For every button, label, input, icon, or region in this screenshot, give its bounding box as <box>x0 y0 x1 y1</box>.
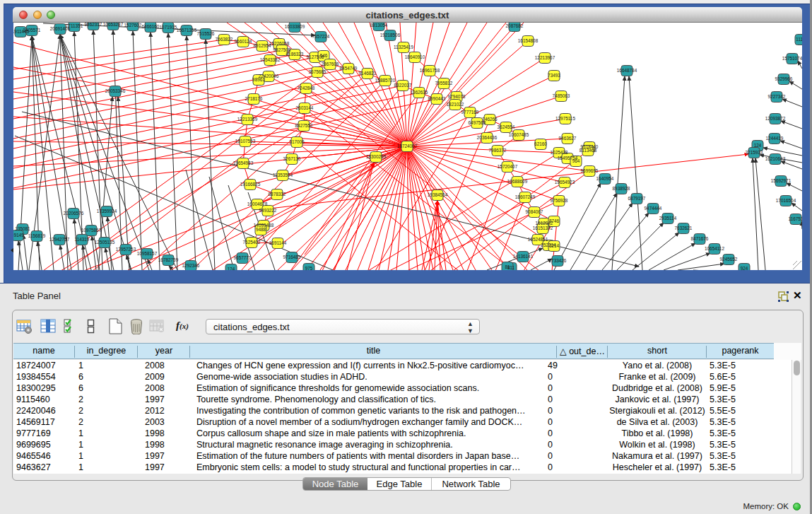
svg-text:8427552: 8427552 <box>295 123 313 128</box>
svg-text:8186323: 8186323 <box>286 52 304 57</box>
svg-text:1640954: 1640954 <box>596 176 614 181</box>
svg-text:135081: 135081 <box>15 226 30 231</box>
svg-text:7485063: 7485063 <box>553 93 570 98</box>
svg-text:15751074: 15751074 <box>782 56 802 61</box>
svg-text:12505135: 12505135 <box>95 240 115 245</box>
svg-text:8322037: 8322037 <box>394 83 412 88</box>
svg-text:3624554: 3624554 <box>498 124 515 129</box>
svg-text:81: 81 <box>505 264 510 269</box>
svg-text:18640910: 18640910 <box>405 54 425 59</box>
svg-text:16151372: 16151372 <box>533 226 553 230</box>
svg-text:7663822: 7663822 <box>216 37 233 42</box>
svg-text:15692971: 15692971 <box>771 178 792 183</box>
svg-text:9862317: 9862317 <box>85 23 102 27</box>
svg-text:73493: 73493 <box>548 73 560 78</box>
svg-text:8471676: 8471676 <box>691 236 709 241</box>
svg-text:8878332: 8878332 <box>269 192 286 197</box>
svg-text:1117: 1117 <box>796 37 802 42</box>
svg-text:2867608: 2867608 <box>322 62 339 66</box>
svg-text:9493222: 9493222 <box>259 208 277 213</box>
svg-text:20206576: 20206576 <box>64 211 84 216</box>
svg-text:1071915: 1071915 <box>160 25 177 30</box>
svg-text:10653287: 10653287 <box>103 23 124 27</box>
svg-text:19654923: 19654923 <box>555 180 575 185</box>
svg-text:2718176: 2718176 <box>245 96 263 101</box>
svg-text:3675685: 3675685 <box>309 69 326 74</box>
svg-text:12213369: 12213369 <box>237 117 258 122</box>
svg-text:19384554: 19384554 <box>428 192 448 197</box>
svg-text:10688609: 10688609 <box>507 179 528 184</box>
svg-text:9756928: 9756928 <box>551 198 568 203</box>
svg-text:3215933: 3215933 <box>746 150 763 155</box>
svg-text:16210643: 16210643 <box>765 156 786 161</box>
svg-text:12213967: 12213967 <box>535 55 555 60</box>
svg-text:19654983: 19654983 <box>233 160 254 165</box>
svg-text:6466160: 6466160 <box>142 24 160 29</box>
svg-text:746266: 746266 <box>482 117 498 122</box>
svg-text:9660124: 9660124 <box>235 39 252 44</box>
svg-text:7955812: 7955812 <box>435 81 453 86</box>
svg-text:10654112: 10654112 <box>705 246 724 251</box>
svg-text:924: 924 <box>741 266 748 270</box>
svg-text:9716485: 9716485 <box>283 255 301 259</box>
svg-text:8990443: 8990443 <box>428 96 446 101</box>
svg-text:19218506: 19218506 <box>380 33 401 37</box>
svg-text:98961: 98961 <box>252 77 265 82</box>
svg-text:12975115: 12975115 <box>555 116 575 121</box>
svg-text:1733426: 1733426 <box>549 258 567 263</box>
svg-text:9245652: 9245652 <box>720 257 738 262</box>
svg-text:16154808: 16154808 <box>518 38 539 43</box>
svg-text:10958157: 10958157 <box>137 251 158 256</box>
svg-text:16671355: 16671355 <box>177 28 197 33</box>
svg-text:16782759: 16782759 <box>158 257 179 262</box>
svg-text:1527602: 1527602 <box>124 23 142 28</box>
svg-text:1691144: 1691144 <box>269 240 287 245</box>
svg-text:6879197: 6879197 <box>628 196 646 201</box>
svg-text:20364436: 20364436 <box>477 135 498 140</box>
svg-text:2087682: 2087682 <box>506 23 524 28</box>
svg-text:964: 964 <box>572 158 580 163</box>
svg-text:9227342: 9227342 <box>768 94 786 99</box>
svg-text:9794078: 9794078 <box>448 94 466 99</box>
svg-text:1025438: 1025438 <box>551 150 568 155</box>
svg-text:18724007: 18724007 <box>397 144 418 148</box>
svg-text:18607249: 18607249 <box>515 194 536 199</box>
svg-text:62160: 62160 <box>534 141 547 146</box>
svg-text:7625402: 7625402 <box>243 240 261 245</box>
svg-text:7986372: 7986372 <box>489 148 507 153</box>
svg-text:9463627: 9463627 <box>559 136 577 141</box>
svg-text:546: 546 <box>320 53 328 58</box>
svg-text:11325419: 11325419 <box>394 45 413 49</box>
svg-text:8813054: 8813054 <box>370 23 388 28</box>
svg-text:17016504: 17016504 <box>776 198 796 203</box>
svg-text:9488: 9488 <box>256 227 266 232</box>
svg-text:10975867: 10975867 <box>81 228 102 233</box>
svg-text:7632621: 7632621 <box>675 226 693 230</box>
svg-text:12942757: 12942757 <box>49 237 70 242</box>
svg-text:19166825: 19166825 <box>240 182 261 187</box>
svg-text:9777169: 9777169 <box>461 110 479 115</box>
svg-text:9474444: 9474444 <box>645 206 662 211</box>
svg-text:17359924: 17359924 <box>97 209 117 214</box>
svg-text:9657771: 9657771 <box>234 255 252 260</box>
svg-text:39149: 39149 <box>13 233 24 238</box>
svg-text:1821022: 1821022 <box>447 102 464 107</box>
svg-text:9699695: 9699695 <box>581 168 599 173</box>
svg-text:1362635: 1362635 <box>411 90 428 95</box>
svg-text:3267130: 3267130 <box>283 156 301 161</box>
svg-text:124: 124 <box>228 267 235 270</box>
svg-text:124: 124 <box>754 143 762 148</box>
svg-text:1156819: 1156819 <box>28 233 46 238</box>
svg-text:10107553: 10107553 <box>235 139 256 144</box>
svg-text:7515526: 7515526 <box>197 31 215 36</box>
svg-text:8454749: 8454749 <box>340 66 358 71</box>
svg-text:8113468: 8113468 <box>579 148 597 153</box>
svg-text:1405571: 1405571 <box>23 28 41 33</box>
svg-text:15885720: 15885720 <box>375 78 396 83</box>
svg-text:15720407: 15720407 <box>498 164 518 169</box>
svg-text:2935114: 2935114 <box>659 216 677 221</box>
svg-text:11353594: 11353594 <box>273 173 293 177</box>
svg-text:17957253: 17957253 <box>116 247 136 252</box>
svg-text:7242848: 7242848 <box>298 86 315 90</box>
svg-text:20053346: 20053346 <box>105 88 126 93</box>
